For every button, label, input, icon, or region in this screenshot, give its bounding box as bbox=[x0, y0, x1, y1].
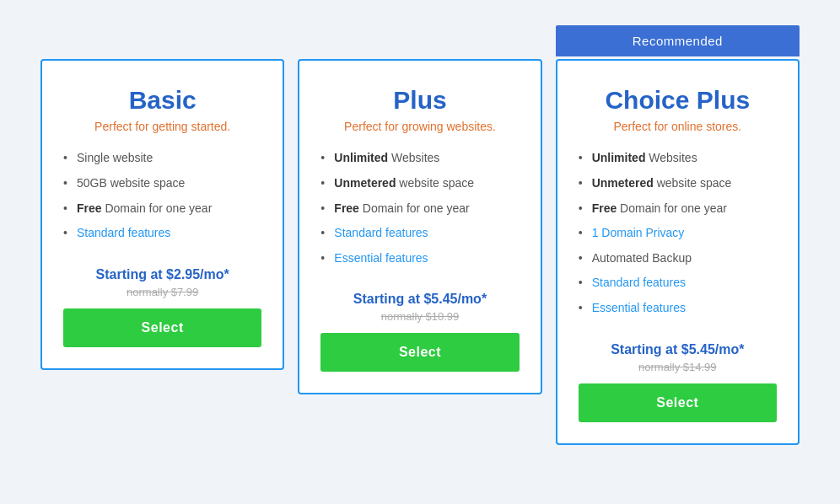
list-item: Free Domain for one year bbox=[579, 201, 777, 217]
list-item: Standard features bbox=[320, 225, 519, 242]
plan-name-plus: Plus bbox=[320, 86, 519, 115]
plan-card-choice-plus: RecommendedChoice PlusPerfect for online… bbox=[556, 59, 800, 444]
feature-bold: Unmetered bbox=[592, 176, 654, 190]
list-item: 50GB website space bbox=[63, 175, 261, 192]
list-item: 1 Domain Privacy bbox=[579, 225, 777, 242]
starting-price-basic: Starting at $2.95/mo* bbox=[63, 267, 261, 282]
feature-bold: Free bbox=[77, 201, 102, 215]
features-list-basic: Single website50GB website spaceFree Dom… bbox=[63, 150, 261, 249]
pricing-container: BasicPerfect for getting started.Single … bbox=[0, 34, 840, 469]
feature-link[interactable]: Essential features bbox=[592, 301, 686, 314]
pricing-section-basic: Starting at $2.95/mo*normally $7.99Selec… bbox=[63, 267, 261, 347]
feature-bold: Unmetered bbox=[334, 176, 396, 190]
list-item: Standard features bbox=[63, 225, 261, 242]
recommended-badge: Recommended bbox=[556, 25, 800, 56]
plan-subtitle-plus: Perfect for growing websites. bbox=[320, 120, 519, 133]
starting-price-choice-plus: Starting at $5.45/mo* bbox=[579, 342, 777, 357]
feature-bold: Free bbox=[334, 201, 359, 215]
feature-link[interactable]: 1 Domain Privacy bbox=[592, 226, 685, 239]
plan-card-plus: PlusPerfect for growing websites.Unlimit… bbox=[298, 59, 541, 394]
plan-subtitle-choice-plus: Perfect for online stores. bbox=[579, 120, 777, 133]
feature-bold: Unlimited bbox=[592, 151, 646, 164]
normal-price-plus: normally $10.99 bbox=[320, 310, 519, 323]
normal-price-basic: normally $7.99 bbox=[63, 286, 261, 298]
list-item: Essential features bbox=[320, 250, 519, 267]
plan-card-basic: BasicPerfect for getting started.Single … bbox=[40, 59, 284, 369]
feature-link[interactable]: Standard features bbox=[592, 276, 686, 289]
plan-name-choice-plus: Choice Plus bbox=[579, 86, 777, 115]
list-item: Unlimited Websites bbox=[579, 150, 777, 167]
list-item: Essential features bbox=[579, 300, 777, 317]
normal-price-choice-plus: normally $14.99 bbox=[579, 361, 777, 373]
list-item: Unmetered website space bbox=[320, 175, 519, 192]
feature-link[interactable]: Essential features bbox=[334, 251, 428, 265]
pricing-section-plus: Starting at $5.45/mo*normally $10.99Sele… bbox=[320, 292, 519, 372]
plan-name-basic: Basic bbox=[63, 86, 261, 115]
feature-link[interactable]: Standard features bbox=[77, 226, 170, 239]
pricing-section-choice-plus: Starting at $5.45/mo*normally $14.99Sele… bbox=[579, 342, 777, 422]
select-button-plus[interactable]: Select bbox=[320, 333, 519, 372]
feature-bold: Free bbox=[592, 201, 617, 215]
list-item: Automated Backup bbox=[579, 250, 777, 267]
list-item: Unlimited Websites bbox=[320, 150, 519, 167]
list-item: Single website bbox=[63, 150, 261, 167]
features-list-choice-plus: Unlimited WebsitesUnmetered website spac… bbox=[579, 150, 777, 324]
list-item: Free Domain for one year bbox=[63, 201, 261, 217]
select-button-basic[interactable]: Select bbox=[63, 308, 261, 347]
feature-link[interactable]: Standard features bbox=[334, 226, 428, 239]
features-list-plus: Unlimited WebsitesUnmetered website spac… bbox=[320, 150, 519, 275]
list-item: Unmetered website space bbox=[579, 175, 777, 192]
plan-subtitle-basic: Perfect for getting started. bbox=[63, 120, 261, 133]
list-item: Standard features bbox=[579, 275, 777, 292]
list-item: Free Domain for one year bbox=[320, 201, 519, 217]
starting-price-plus: Starting at $5.45/mo* bbox=[320, 292, 519, 307]
select-button-choice-plus[interactable]: Select bbox=[579, 383, 777, 422]
feature-bold: Unlimited bbox=[334, 151, 388, 164]
